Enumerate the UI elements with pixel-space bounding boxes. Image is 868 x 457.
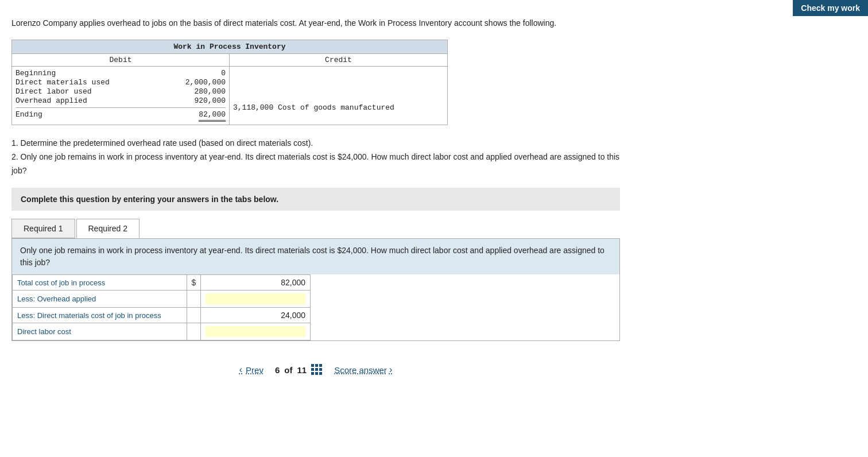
total-pages: 11	[297, 365, 307, 375]
tab-description: Only one job remains in work in process …	[12, 239, 619, 274]
debit-oh-label: Overhead applied	[16, 96, 180, 105]
debit-ending-label: Ending	[16, 110, 180, 122]
tab-required-2[interactable]: Required 2	[76, 219, 140, 238]
label-dm-cost: Less: Direct materials cost of job in pr…	[13, 308, 187, 323]
check-my-work-button[interactable]: Check my work	[793, 0, 868, 16]
table-row-direct-labor: Direct labor cost	[13, 323, 311, 340]
t-account-credit-side: 3,118,000 Cost of goods manufactured	[230, 67, 447, 125]
t-account-table: Work in Process Inventory Debit Credit B…	[11, 40, 448, 125]
value-total-cost: 82,000	[201, 275, 311, 291]
table-row-overhead: Less: Overhead applied	[13, 291, 311, 308]
prev-arrow-icon: ‹	[239, 365, 242, 375]
label-total-cost: Total cost of job in process	[13, 275, 187, 291]
page-info: 6 of 11	[275, 364, 323, 375]
nav-footer: ‹ Prev 6 of 11 Score answer ›	[11, 358, 620, 381]
intro-text: Lorenzo Company applies overhead to jobs…	[11, 17, 620, 29]
value-direct-labor	[201, 323, 311, 340]
question-2: 2. Only one job remains in work in proce…	[11, 150, 620, 178]
debit-row-ending: Ending 82,000	[16, 110, 226, 122]
table-row-dm-cost: Less: Direct materials cost of job in pr…	[13, 308, 311, 323]
tab-content: Only one job remains in work in process …	[11, 238, 620, 341]
dollar-total-cost: $	[187, 275, 201, 291]
dollar-dm-cost	[187, 308, 201, 323]
value-dm-cost: 24,000	[201, 308, 311, 323]
debit-dm-value: 2,000,000	[180, 78, 226, 87]
credit-cogm-label: 3,118,000 Cost of goods manufactured	[233, 103, 444, 112]
debit-dl-label: Direct labor used	[16, 87, 180, 96]
overhead-input[interactable]	[206, 293, 305, 304]
tabs-container: Required 1 Required 2 Only one job remai…	[11, 219, 620, 341]
instruction-box: Complete this question by entering your …	[11, 188, 620, 211]
current-page: 6	[275, 365, 280, 375]
label-overhead: Less: Overhead applied	[13, 291, 187, 308]
dollar-overhead	[187, 291, 201, 308]
credit-header: Credit	[230, 54, 447, 66]
debit-oh-value: 920,000	[180, 96, 226, 105]
question-1: 1. Determine the predetermined overhead …	[11, 137, 620, 150]
debit-ending-value: 82,000	[180, 110, 226, 122]
score-arrow-icon: ›	[389, 365, 392, 375]
label-direct-labor: Direct labor cost	[13, 323, 187, 340]
tabs-row: Required 1 Required 2	[11, 219, 620, 238]
debit-row-direct-labor: Direct labor used 280,000	[16, 87, 226, 96]
debit-beginning-value: 0	[180, 69, 226, 78]
score-answer-label: Score answer	[334, 365, 387, 375]
debit-dm-label: Direct materials used	[16, 78, 180, 87]
separator: of	[284, 365, 292, 375]
questions-section: 1. Determine the predetermined overhead …	[11, 137, 620, 177]
debit-header: Debit	[12, 54, 230, 66]
debit-dl-value: 280,000	[180, 87, 226, 96]
debit-row-overhead: Overhead applied 920,000	[16, 96, 226, 105]
credit-row-cogm: 3,118,000 Cost of goods manufactured	[233, 103, 444, 112]
t-account-debit-side: Beginning 0 Direct materials used 2,000,…	[12, 67, 230, 125]
answer-table: Total cost of job in process $ 82,000 Le…	[12, 274, 311, 340]
value-overhead	[201, 291, 311, 308]
table-row-total-cost: Total cost of job in process $ 82,000	[13, 275, 311, 291]
prev-button[interactable]: ‹ Prev	[239, 365, 264, 375]
grid-icon[interactable]	[311, 364, 323, 375]
debit-row-direct-materials: Direct materials used 2,000,000	[16, 78, 226, 87]
debit-beginning-label: Beginning	[16, 69, 180, 78]
debit-row-beginning: Beginning 0	[16, 69, 226, 78]
direct-labor-input[interactable]	[206, 326, 305, 337]
prev-label: Prev	[246, 365, 264, 375]
dollar-direct-labor	[187, 323, 201, 340]
score-answer-button[interactable]: Score answer ›	[334, 365, 392, 375]
t-account-title: Work in Process Inventory	[12, 40, 447, 54]
tab-required-1[interactable]: Required 1	[11, 219, 75, 238]
